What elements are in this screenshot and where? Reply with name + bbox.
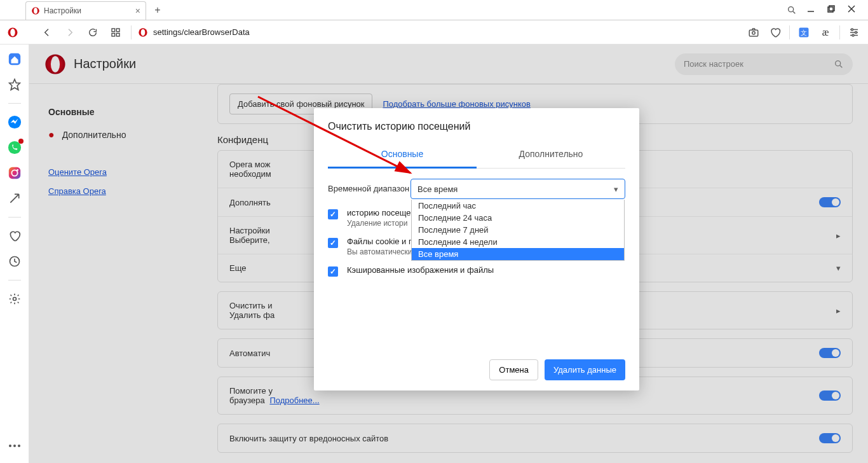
- svg-point-10: [10, 29, 15, 36]
- maximize-icon[interactable]: [827, 5, 843, 15]
- svg-line-3: [793, 11, 795, 13]
- svg-point-35: [13, 298, 16, 301]
- svg-point-2: [789, 6, 794, 11]
- checkbox-row-cache[interactable]: ✓ Кэшированные изображения и файлы: [328, 265, 625, 277]
- svg-point-18: [752, 31, 756, 34]
- settings-icon[interactable]: [8, 292, 22, 306]
- browser-tab[interactable]: Настройки ×: [25, 1, 146, 20]
- tab-title: Настройки: [44, 6, 81, 15]
- svg-point-33: [17, 169, 18, 171]
- left-sidebar: [0, 45, 29, 463]
- search-icon[interactable]: [787, 5, 802, 15]
- address-text: settings/clearBrowserData: [153, 27, 250, 37]
- svg-point-38: [18, 445, 20, 447]
- divider: [8, 280, 21, 280]
- option-last-4w[interactable]: Последние 4 недели: [412, 236, 624, 248]
- loves-icon[interactable]: [8, 229, 22, 243]
- svg-rect-31: [8, 167, 20, 179]
- content-area: Настройки Поиск настроек Основные ● Допо…: [29, 45, 868, 463]
- svg-rect-17: [749, 30, 758, 36]
- svg-rect-11: [112, 29, 115, 32]
- checkbox-label: историю посеще: [347, 208, 410, 218]
- bookmarks-icon[interactable]: [8, 78, 22, 92]
- more-icon[interactable]: [8, 439, 22, 453]
- svg-rect-14: [116, 33, 119, 36]
- site-icon: [138, 27, 148, 38]
- snapshot-icon[interactable]: [745, 25, 763, 39]
- svg-rect-6: [829, 6, 834, 11]
- translate-icon[interactable]: 文: [795, 25, 813, 39]
- new-tab-button[interactable]: +: [150, 4, 165, 16]
- divider: [789, 25, 790, 39]
- heart-icon[interactable]: [766, 25, 784, 39]
- titlebar: Настройки × +: [0, 0, 868, 20]
- option-last-7d[interactable]: Последние 7 дней: [412, 224, 624, 236]
- messenger-icon[interactable]: [8, 115, 22, 129]
- speed-dial-icon[interactable]: [107, 27, 125, 38]
- forward-icon[interactable]: [61, 27, 79, 38]
- cancel-button[interactable]: Отмена: [489, 359, 538, 380]
- close-tab-icon[interactable]: ×: [135, 6, 140, 16]
- svg-point-37: [13, 445, 16, 447]
- svg-text:文: 文: [801, 29, 807, 36]
- tab-basic[interactable]: Основные: [328, 141, 477, 169]
- minimize-icon[interactable]: [807, 5, 822, 15]
- toolbar: settings/clearBrowserData 文 æ: [0, 20, 868, 45]
- opera-icon: [31, 6, 40, 15]
- clear-browsing-data-modal: Очистить историю посещений Основные Допо…: [314, 108, 639, 390]
- tab-advanced[interactable]: Дополнительно: [477, 141, 625, 168]
- instagram-icon[interactable]: [8, 166, 22, 180]
- svg-point-24: [851, 29, 853, 31]
- flow-icon[interactable]: [8, 191, 22, 205]
- history-icon[interactable]: [8, 254, 22, 268]
- divider: [839, 25, 840, 39]
- reload-icon[interactable]: [84, 27, 102, 38]
- ae-extension-icon[interactable]: æ: [817, 25, 834, 39]
- svg-rect-13: [112, 33, 115, 36]
- checkbox-checked-icon[interactable]: ✓: [328, 266, 338, 277]
- svg-point-36: [9, 445, 11, 447]
- svg-point-26: [852, 34, 854, 36]
- time-range-label: Временной диапазон: [328, 179, 410, 193]
- back-icon[interactable]: [38, 27, 56, 38]
- modal-title: Очистить историю посещений: [328, 121, 625, 132]
- time-range-select[interactable]: Все время ▾ Последний час Последние 24 ч…: [410, 179, 625, 199]
- address-bar[interactable]: settings/clearBrowserData: [138, 27, 740, 38]
- modal-tabs: Основные Дополнительно: [328, 141, 625, 169]
- svg-rect-5: [828, 7, 833, 12]
- close-window-icon[interactable]: [848, 5, 863, 15]
- select-value: Все время: [417, 184, 458, 194]
- svg-point-25: [855, 31, 857, 33]
- time-range-dropdown: Последний час Последние 24 часа Последни…: [411, 200, 625, 261]
- chevron-down-icon: ▾: [614, 184, 618, 194]
- window-controls: [787, 5, 868, 15]
- checkbox-checked-icon[interactable]: ✓: [328, 238, 338, 248]
- option-all-time[interactable]: Все время: [412, 248, 624, 260]
- checkbox-checked-icon[interactable]: ✓: [328, 209, 338, 219]
- home-icon[interactable]: [8, 52, 22, 66]
- whatsapp-icon[interactable]: [8, 141, 22, 155]
- svg-marker-28: [9, 79, 20, 90]
- option-last-24h[interactable]: Последние 24 часа: [412, 212, 624, 224]
- checkbox-label: Кэшированные изображения и файлы: [347, 265, 494, 275]
- clear-data-button[interactable]: Удалить данные: [545, 359, 625, 380]
- divider: [8, 103, 21, 104]
- divider: [8, 217, 21, 218]
- easy-setup-icon[interactable]: [845, 25, 863, 39]
- option-last-hour[interactable]: Последний час: [412, 200, 624, 212]
- svg-point-16: [141, 29, 146, 36]
- divider: [131, 25, 132, 39]
- svg-point-1: [34, 8, 37, 13]
- opera-menu-icon[interactable]: [4, 27, 22, 38]
- svg-rect-12: [116, 29, 119, 32]
- checkbox-sub: Удаление истори: [347, 219, 410, 228]
